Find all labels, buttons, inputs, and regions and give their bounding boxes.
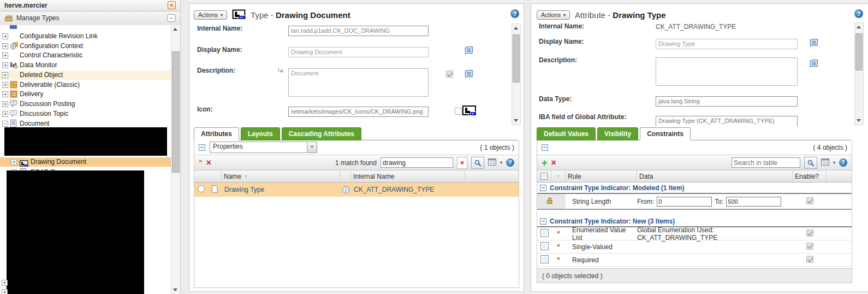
help-icon[interactable]: ? bbox=[854, 9, 863, 18]
description-field[interactable]: Document bbox=[288, 68, 429, 97]
icon-path-field[interactable]: netmarkets/images/CK_icons/CK_DRAWING.pn… bbox=[288, 107, 429, 117]
table-views-icon[interactable] bbox=[821, 158, 829, 167]
tree-item-discussion-topic[interactable]: + Discussion Topic bbox=[0, 109, 171, 119]
form-scrollbar[interactable] bbox=[512, 23, 521, 125]
rule-column-header[interactable]: Rule bbox=[566, 170, 637, 182]
expand-icon[interactable]: + bbox=[2, 82, 8, 88]
new-attribute-icon[interactable]: * bbox=[199, 160, 203, 166]
tree-item-data-monitor[interactable]: + Data Monitor bbox=[0, 61, 171, 70]
from-input[interactable] bbox=[657, 197, 712, 207]
search-icon[interactable] bbox=[804, 157, 817, 169]
clear-search-icon[interactable]: × bbox=[457, 157, 467, 169]
data-column-header[interactable]: Data bbox=[637, 170, 793, 182]
view-dropdown[interactable]: Properties ▾ bbox=[210, 142, 317, 153]
expand-icon[interactable]: + bbox=[2, 101, 8, 107]
localized-values-icon[interactable] bbox=[808, 58, 819, 69]
tab-attributes[interactable]: Attributes bbox=[194, 127, 239, 140]
expand-icon[interactable]: + bbox=[2, 52, 8, 58]
tree-item-delivery[interactable]: + Delivery bbox=[0, 90, 171, 99]
search-icon[interactable] bbox=[471, 157, 484, 169]
radio-button[interactable] bbox=[198, 185, 205, 192]
select-all-column-header[interactable] bbox=[537, 170, 551, 182]
tree-item-discussion-posting[interactable]: + Discussion Posting bbox=[0, 99, 171, 109]
collapse-panel-button[interactable]: < bbox=[168, 1, 176, 9]
row-checkbox[interactable] bbox=[540, 255, 549, 263]
collapse-table-icon[interactable]: − bbox=[199, 144, 205, 151]
collapse-group-icon[interactable]: − bbox=[540, 185, 546, 191]
tree-item-deleted-object[interactable]: + Deleted Object bbox=[0, 70, 171, 80]
scroll-down-icon[interactable] bbox=[857, 119, 861, 122]
expand-icon[interactable]: + bbox=[11, 159, 17, 165]
delete-icon[interactable]: × bbox=[551, 158, 556, 167]
constraint-row-single-valued[interactable]: * Single-Valued bbox=[537, 240, 852, 254]
help-icon[interactable]: ? bbox=[839, 158, 847, 167]
collapse-group-icon[interactable]: − bbox=[540, 218, 546, 225]
tree-item-configuration-context[interactable]: + Configuration Context bbox=[0, 42, 171, 51]
tree-item-drawing-document[interactable]: + Drawing Document bbox=[0, 157, 171, 167]
tree-item-deliverable-classic[interactable]: + Deliverable (Classic) bbox=[0, 80, 171, 90]
table-views-icon[interactable] bbox=[488, 158, 496, 167]
chevron-down-icon[interactable]: ▾ bbox=[500, 160, 502, 165]
localized-values-icon[interactable] bbox=[463, 45, 474, 56]
expand-icon[interactable]: + bbox=[2, 33, 8, 39]
expand-icon[interactable]: + bbox=[2, 91, 8, 97]
scroll-up-icon[interactable] bbox=[173, 28, 177, 31]
collapse-table-icon[interactable]: − bbox=[542, 144, 548, 151]
internal-name-field[interactable]: lan.radd.p1add.CK_DOC_DRAWING bbox=[288, 26, 429, 36]
table-search-input[interactable] bbox=[732, 157, 800, 168]
tab-visibility[interactable]: Visibility bbox=[597, 127, 638, 140]
expand-icon[interactable]: + bbox=[2, 43, 8, 49]
icon-checkbox[interactable] bbox=[455, 108, 462, 115]
form-scrollbar[interactable] bbox=[854, 22, 864, 125]
constraint-row-enumerated-value-list[interactable]: * Enumerated Value List Global Enumerati… bbox=[537, 227, 852, 240]
tree-item-configurable-revision-link[interactable]: + Configurable Revision Link bbox=[0, 32, 171, 41]
tab-default-values[interactable]: Default Values bbox=[537, 127, 596, 140]
enable-column-header[interactable]: Enable? bbox=[793, 170, 827, 182]
to-input[interactable] bbox=[726, 197, 781, 207]
sort-column-header[interactable]: ↑ bbox=[551, 170, 566, 182]
scroll-thumb[interactable] bbox=[513, 34, 520, 83]
help-icon[interactable]: ? bbox=[506, 158, 514, 167]
type-actions-button[interactable]: Actions ▾ bbox=[194, 10, 227, 20]
scroll-up-icon[interactable] bbox=[857, 26, 861, 28]
add-constraint-icon[interactable]: + bbox=[542, 158, 548, 167]
info-column-header bbox=[341, 170, 351, 182]
minimize-section-button[interactable]: − bbox=[167, 14, 176, 22]
internal-name-column-header[interactable]: Internal Name bbox=[351, 170, 465, 182]
constraint-group-modeled[interactable]: − Constraint Type Indicator: Modeled (1 … bbox=[537, 183, 852, 194]
row-checkbox[interactable] bbox=[540, 229, 549, 237]
select-all-checkbox[interactable] bbox=[540, 173, 548, 180]
delete-icon[interactable]: × bbox=[206, 158, 211, 167]
scroll-thumb[interactable] bbox=[855, 33, 863, 70]
table-search-input[interactable] bbox=[381, 157, 453, 168]
row-checkbox[interactable] bbox=[540, 242, 549, 250]
name-column-header[interactable]: Name↑ bbox=[222, 170, 341, 182]
attribute-actions-button[interactable]: Actions ▾ bbox=[537, 10, 570, 20]
tab-constraints[interactable]: Constraints bbox=[640, 127, 691, 140]
constraint-row-required[interactable]: * Required bbox=[537, 254, 852, 267]
attribute-name[interactable]: Drawing Type bbox=[222, 186, 341, 193]
chevron-down-icon[interactable]: ▾ bbox=[833, 160, 835, 165]
constraint-row-string-length[interactable]: String Length From: To: bbox=[537, 194, 852, 210]
tree-item-control-characteristic[interactable]: + Control Characteristic bbox=[0, 51, 171, 60]
expand-icon[interactable]: + bbox=[2, 289, 8, 294]
expand-icon[interactable]: + bbox=[2, 62, 8, 68]
enabled-checkbox bbox=[806, 243, 813, 250]
scroll-down-icon[interactable] bbox=[173, 289, 177, 291]
localized-values-icon[interactable] bbox=[808, 38, 819, 49]
description-field[interactable] bbox=[656, 57, 798, 86]
scroll-down-icon[interactable] bbox=[514, 119, 518, 122]
localized-values-icon[interactable] bbox=[463, 69, 474, 80]
scroll-thumb[interactable] bbox=[172, 51, 180, 173]
tab-cascading-attributes[interactable]: Cascading Attributes bbox=[282, 127, 361, 140]
info-icon[interactable]: i bbox=[341, 186, 351, 193]
tab-layouts[interactable]: Layouts bbox=[241, 127, 280, 140]
expand-icon[interactable]: + bbox=[2, 111, 8, 117]
scroll-up-icon[interactable] bbox=[514, 27, 518, 30]
collapse-icon[interactable]: − bbox=[2, 121, 8, 127]
help-icon[interactable]: ? bbox=[510, 9, 519, 18]
expand-icon[interactable]: + bbox=[2, 280, 8, 286]
attribute-row-drawing-type[interactable]: Drawing Type i CK_ATT_DRAWING_TYPE bbox=[194, 183, 519, 197]
tree-scrollbar[interactable] bbox=[171, 25, 180, 294]
expand-icon[interactable]: + bbox=[2, 72, 8, 78]
